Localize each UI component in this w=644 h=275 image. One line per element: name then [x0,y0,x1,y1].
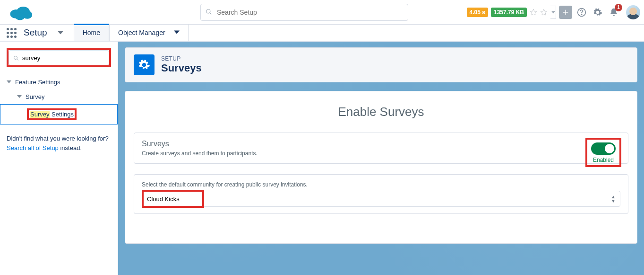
surveys-card: Enable Surveys Surveys Create surveys an… [125,91,637,244]
select-label: Select the default community for creatin… [142,181,620,188]
notifications-button[interactable]: 1 [607,6,620,19]
header-utilities: 4.05 s 1357.79 KB 1 [467,5,640,19]
tree-selected-row: Survey Settings [0,104,118,124]
tab-label: Home [83,29,100,36]
gear-icon [134,54,155,75]
tab-object-manager[interactable]: Object Manager [109,25,189,41]
tree-node-survey-settings[interactable]: Survey Settings [0,105,117,124]
svg-point-4 [206,9,210,13]
grid-icon [7,28,17,38]
enable-surveys-section: Surveys Create surveys and send them to … [134,133,628,164]
setup-sidebar: Feature Settings Survey Survey Settings … [0,42,118,275]
help-icon[interactable] [575,6,588,19]
global-search [200,4,408,21]
surveys-enable-toggle[interactable] [591,142,616,155]
highlight-box: Survey Settings [27,108,77,120]
quick-find-input[interactable] [9,50,109,65]
page-title: Surveys [161,62,202,74]
main-layout: Feature Settings Survey Survey Settings … [0,42,644,275]
tree-label-rest: Settings [50,111,74,118]
star-icon[interactable] [530,9,537,16]
gear-icon[interactable] [591,6,604,19]
global-search-input[interactable] [200,4,408,21]
svg-point-10 [14,56,17,60]
tree-label: Feature Settings [15,79,60,86]
content-area: SETUP Surveys Enable Surveys Surveys Cre… [118,42,644,275]
svg-point-3 [15,12,25,20]
section-description: Create surveys and send them to particip… [142,150,620,157]
chevron-down-icon [174,29,180,36]
nofind-text-prefix: Didn't find what you were looking for? [7,135,109,142]
svg-line-11 [17,59,18,61]
search-icon [13,55,19,62]
star-icon[interactable] [540,9,548,16]
community-select-row: Cloud Kicks ▲▼ [142,191,620,207]
no-results-help: Didn't find what you were looking for? S… [0,124,118,152]
tab-home[interactable]: Home [74,25,109,41]
chevron-down-icon [17,93,22,100]
chevron-down-icon [7,79,11,86]
tree-label: Survey [26,93,44,100]
svg-line-5 [210,12,212,14]
global-header: 4.05 s 1357.79 KB 1 [0,0,644,25]
page-eyebrow: SETUP [161,55,202,62]
default-community-section: Select the default community for creatin… [134,174,628,214]
search-all-setup-link[interactable]: Search all of Setup [7,144,59,151]
global-add-button[interactable] [559,6,572,19]
app-name[interactable]: Setup [20,25,74,41]
nofind-text-suffix: instead. [59,144,82,151]
favorites-dropdown[interactable] [550,6,556,19]
svg-point-9 [581,14,582,14]
section-title: Surveys [142,140,620,148]
user-avatar[interactable] [626,5,640,19]
toggle-highlight: Enabled [585,138,621,167]
quick-find-box [7,48,111,67]
card-heading: Enable Surveys [134,105,628,119]
default-community-select[interactable]: Cloud Kicks [142,191,620,207]
perf-timer-badge: 4.05 s [467,8,488,17]
page-header-text: SETUP Surveys [161,55,202,74]
tab-label: Object Manager [118,29,165,36]
toggle-state-label: Enabled [591,157,616,163]
tree-node-feature-settings[interactable]: Feature Settings [0,75,118,89]
app-launcher-button[interactable] [3,25,20,41]
chevron-down-icon [58,27,63,38]
svg-marker-7 [541,9,547,15]
notification-count-badge: 1 [615,4,622,11]
salesforce-logo[interactable] [8,3,34,21]
app-name-label: Setup [24,27,47,38]
search-icon [206,9,212,17]
context-nav: Setup Home Object Manager [0,25,644,42]
tree-label-highlight: Survey [30,111,50,118]
page-header: SETUP Surveys [125,47,637,82]
perf-size-badge: 1357.79 KB [491,8,527,17]
svg-marker-6 [530,9,536,15]
tree-node-survey[interactable]: Survey [0,89,118,104]
